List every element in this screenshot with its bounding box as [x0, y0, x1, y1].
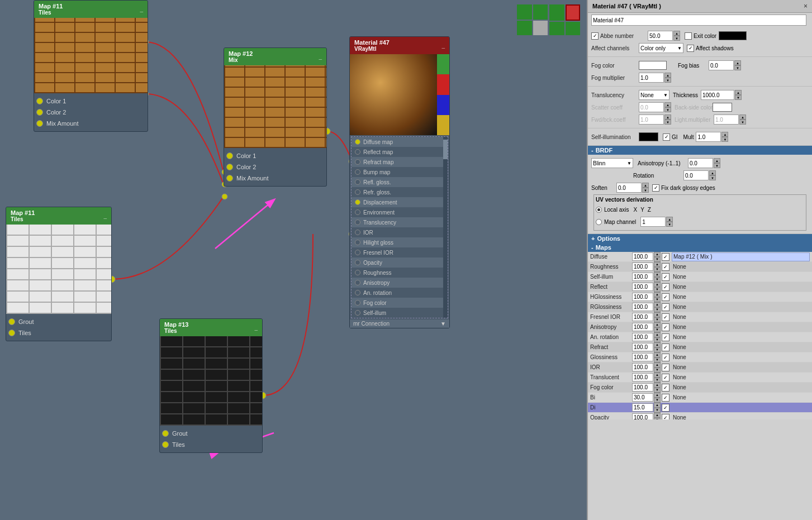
maps-row-4[interactable]: HGlossiness▲▼✓None: [588, 292, 812, 302]
map-row-spin-down-14[interactable]: ▼: [654, 398, 661, 403]
map-row-value-8[interactable]: [632, 333, 653, 341]
map-row-spin-down-6[interactable]: ▼: [654, 317, 661, 322]
map-row-name-4[interactable]: None: [672, 293, 810, 302]
map-row-spin-down-10[interactable]: ▼: [654, 357, 661, 362]
port-bump-dot[interactable]: [355, 169, 360, 175]
port-environment[interactable]: Environment: [352, 207, 448, 217]
port-self-illum[interactable]: Self-illum: [352, 308, 448, 318]
map-row-spin-down-1[interactable]: ▼: [654, 267, 661, 272]
maps-row-15[interactable]: Di▲▼✓: [588, 403, 812, 413]
map-row-spin-up-2[interactable]: ▲: [654, 272, 661, 277]
map-row-check-2[interactable]: ✓: [662, 273, 669, 281]
maps-row-14[interactable]: Bi▲▼✓None: [588, 393, 812, 403]
node-material[interactable]: Material #47 VRayMtl _ Diffuse map Re: [349, 36, 450, 328]
map-row-check-4[interactable]: ✓: [662, 293, 669, 301]
maps-header[interactable]: - Maps: [588, 243, 812, 252]
port-map11-tiles[interactable]: [8, 330, 15, 336]
panel-close-btn[interactable]: ×: [804, 2, 808, 10]
maps-row-5[interactable]: RGlossiness▲▼✓None: [588, 302, 812, 312]
port-refr-gloss[interactable]: Refr. gloss.: [352, 187, 448, 197]
map-row-check-7[interactable]: ✓: [662, 323, 669, 331]
exit-color-checkbox[interactable]: [685, 32, 692, 40]
port-anisotropy-dot[interactable]: [355, 280, 360, 285]
map-channel-down[interactable]: ▼: [666, 222, 673, 227]
soften-spinner[interactable]: ▲ ▼: [616, 183, 649, 193]
port-opacity-dot[interactable]: [355, 260, 360, 265]
port-refl-gloss-dot[interactable]: [355, 179, 360, 185]
port-self-illum-dot[interactable]: [355, 310, 360, 316]
map-row-value-7[interactable]: [632, 323, 653, 331]
material-scrollbar[interactable]: [443, 137, 448, 318]
exit-color-swatch[interactable]: [719, 31, 747, 40]
material-scrollbar-thumb[interactable]: [443, 140, 448, 159]
port-reflect-map[interactable]: Reflect map: [352, 147, 448, 157]
map-row-value-3[interactable]: [632, 283, 653, 291]
fog-color-swatch[interactable]: [639, 61, 667, 70]
map-row-name-5[interactable]: None: [672, 303, 810, 312]
abbe-spin-down[interactable]: ▼: [673, 36, 680, 41]
map-row-check-13[interactable]: ✓: [662, 384, 669, 392]
map-row-spin-down-16[interactable]: ▼: [654, 418, 661, 420]
light-mult-btns[interactable]: ▲ ▼: [739, 115, 746, 125]
map-row-value-2[interactable]: [632, 273, 653, 281]
maps-row-11[interactable]: IOR▲▼✓None: [588, 362, 812, 373]
map-row-check-3[interactable]: ✓: [662, 283, 669, 291]
rotation-btns[interactable]: ▲ ▼: [709, 170, 716, 180]
map-row-check-14[interactable]: ✓: [662, 394, 669, 402]
map-row-check-5[interactable]: ✓: [662, 303, 669, 311]
node-map12-collapse[interactable]: _: [319, 54, 322, 60]
port-map12-color1[interactable]: [226, 152, 233, 159]
fwd-bck-btns[interactable]: ▲ ▼: [664, 115, 671, 125]
map-channel-radio[interactable]: [596, 219, 602, 225]
fwd-bck-down[interactable]: ▼: [664, 120, 671, 125]
fix-dark-checkbox[interactable]: [652, 184, 659, 192]
port-dot-color2[interactable]: [36, 109, 43, 116]
thickness-input[interactable]: [701, 90, 734, 100]
map-channel-up[interactable]: ▲: [666, 217, 673, 222]
affect-channels-dropdown[interactable]: Color only ▼: [639, 43, 683, 53]
node-map12[interactable]: Map #12 Mix _ Color 1 Color 2 Mix Amount: [224, 47, 327, 187]
map-row-spin-up-16[interactable]: ▲: [654, 413, 661, 418]
map-row-name-10[interactable]: None: [672, 353, 810, 362]
fog-mult-spinner[interactable]: ▲ ▼: [639, 73, 671, 83]
map-row-spin-down-3[interactable]: ▼: [654, 287, 661, 292]
port-refr-gloss-dot[interactable]: [355, 189, 360, 195]
map-row-check-6[interactable]: ✓: [662, 313, 669, 321]
fog-bias-input[interactable]: [709, 60, 734, 70]
map-row-spin-up-8[interactable]: ▲: [654, 332, 661, 337]
anisotropy-input[interactable]: [688, 158, 713, 168]
map-row-name-9[interactable]: None: [672, 343, 810, 352]
brdf-header[interactable]: - BRDF: [588, 146, 812, 155]
port-refract-dot[interactable]: [355, 159, 360, 165]
light-mult-up[interactable]: ▲: [739, 115, 746, 120]
map-row-value-12[interactable]: [632, 373, 653, 381]
fog-bias-btns[interactable]: ▲ ▼: [734, 60, 741, 70]
map-row-spin-up-7[interactable]: ▲: [654, 322, 661, 327]
port-refl-gloss[interactable]: Refl. gloss.: [352, 177, 448, 187]
mult-down[interactable]: ▼: [721, 137, 728, 142]
scatter-up[interactable]: ▲: [664, 102, 671, 107]
map-row-name-14[interactable]: None: [672, 393, 810, 402]
maps-row-1[interactable]: Roughness▲▼✓None: [588, 262, 812, 272]
map-row-name-0[interactable]: Map #12 ( Mix ): [672, 252, 810, 261]
map-row-spin-up-6[interactable]: ▲: [654, 312, 661, 317]
map-channel-input[interactable]: [640, 217, 666, 227]
soften-input[interactable]: [616, 183, 642, 193]
port-diffuse-map[interactable]: Diffuse map: [352, 137, 448, 147]
map-row-name-8[interactable]: None: [672, 333, 810, 342]
port-opacity[interactable]: Opacity: [352, 257, 448, 268]
gi-checkbox[interactable]: [663, 133, 670, 141]
port-fresnel-ior[interactable]: Fresnel IOR: [352, 247, 448, 257]
port-fog-color[interactable]: Fog color: [352, 298, 448, 308]
map-row-spin-up-10[interactable]: ▲: [654, 352, 661, 357]
map-row-spin-up-15[interactable]: ▲: [654, 403, 661, 408]
port-displacement-dot[interactable]: [355, 199, 360, 205]
maps-row-7[interactable]: Anisotropy▲▼✓None: [588, 322, 812, 332]
light-mult-spinner[interactable]: ▲ ▼: [714, 115, 746, 125]
fog-mult-input[interactable]: [639, 73, 664, 83]
scatter-down[interactable]: ▼: [664, 107, 671, 112]
map-row-spin-down-2[interactable]: ▼: [654, 277, 661, 282]
map-row-check-8[interactable]: ✓: [662, 333, 669, 341]
light-mult-down[interactable]: ▼: [739, 120, 746, 125]
map-row-name-3[interactable]: None: [672, 283, 810, 292]
